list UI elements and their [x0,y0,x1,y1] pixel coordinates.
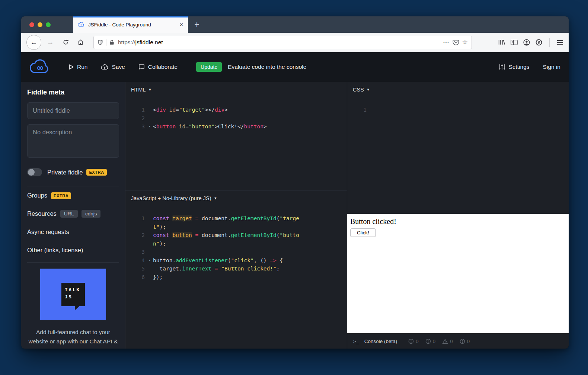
triangle-exclamation-icon [442,339,448,344]
ad-text[interactable]: Add full-featured chat to your website o… [27,328,119,349]
bookmark-star-icon[interactable]: ☆ [462,38,468,46]
home-button[interactable] [74,39,87,45]
back-button[interactable]: ← [26,35,41,50]
js-panel: JavaScript + No-Library (pure JS) ▼ 1con… [125,190,347,349]
circle-exclamation-icon [408,339,414,344]
jsfiddle-favicon-icon: ∞ [78,22,85,28]
fiddle-meta-title: Fiddle meta [27,89,119,96]
async-requests-label: Async requests [27,228,69,235]
sidebar-toggle-icon[interactable] [511,39,518,45]
tab-bar: ∞ JSFiddle - Code Playground ✕ + [21,16,569,33]
css-code-editor[interactable]: 1 [347,97,569,214]
home-icon [77,39,84,45]
result-click-button[interactable]: Click! [350,228,376,237]
svg-text:∞: ∞ [80,23,83,26]
extra-badge: EXTRA [86,169,106,176]
private-fiddle-label: Private fiddle [47,169,83,176]
settings-button[interactable]: Settings [499,64,530,70]
window-controls [21,16,73,33]
jsfiddle-logo[interactable]: ∞ [29,58,51,76]
js-panel-header[interactable]: JavaScript + No-Library (pure JS) ▼ [125,190,347,206]
pocket-icon[interactable] [453,39,459,45]
toolbar-right-cluster [498,38,563,47]
onepassword-extension-icon[interactable] [536,39,542,46]
css-panel: CSS ▼ 1 [347,82,569,214]
menu-hamburger-icon[interactable] [557,40,563,45]
chevron-down-icon[interactable]: ▼ [148,88,151,92]
update-badge[interactable]: Update [196,62,222,72]
sliders-icon [499,64,505,70]
console-prompt-icon: >_ [353,339,359,344]
collaborate-button[interactable]: Collaborate [138,64,178,70]
html-panel-header[interactable]: HTML ▼ [125,82,347,97]
css-panel-title: CSS [353,87,364,93]
circle-exclamation-icon [460,339,465,344]
js-panel-title: JavaScript + No-Library (pure JS) [131,195,211,201]
url-bar[interactable]: https://jsfiddle.net ••• ☆ [93,36,472,49]
resource-cdnjs-badge[interactable]: cdnjs [82,210,101,218]
close-window-button[interactable] [29,22,34,27]
talkjs-ad-image[interactable]: TALK JS [40,269,106,320]
groups-label: Groups [27,192,47,199]
tab-close-icon[interactable]: ✕ [179,22,183,28]
sidebar-item-other[interactable]: Other (links, license) [27,241,119,259]
cloud-upload-icon [101,64,108,70]
console-bar[interactable]: >_ Console (beta) 0 [347,333,569,349]
sidebar-sections: Groups EXTRA Resources URL cdnjs Async r… [27,186,119,259]
counter-value: 0 [467,339,470,344]
circle-exclamation-icon [425,339,431,344]
sign-in-button[interactable]: Sign in [543,64,560,70]
chevron-down-icon[interactable]: ▼ [214,196,217,200]
css-panel-header[interactable]: CSS ▼ [347,82,569,97]
resource-url-badge[interactable]: URL [60,210,78,218]
sidebar: Fiddle meta Private fiddle EXTRA Groups … [21,82,125,349]
divider [549,38,550,47]
minimize-window-button[interactable] [38,22,42,27]
run-button[interactable]: Run [69,64,87,70]
reload-icon [63,39,69,45]
save-label: Save [112,64,125,70]
html-panel-title: HTML [131,87,146,93]
talkjs-logo-text: TALK [65,286,85,293]
lock-icon[interactable] [109,39,114,45]
js-code-editor[interactable]: 1const target = document.getElementById(… [125,206,347,349]
reload-button[interactable] [59,39,72,45]
play-icon [69,64,74,70]
toggle-knob [28,169,35,176]
console-label: Console (beta) [364,339,397,344]
html-code-editor[interactable]: 1<div id="target"></div>23▾<button id="b… [125,97,347,190]
resources-label: Resources [27,210,57,217]
browser-toolbar: ← → https://jsfiddle. [21,33,569,52]
fiddle-description-input[interactable] [27,124,119,158]
tab-jsfiddle[interactable]: ∞ JSFiddle - Code Playground ✕ [73,16,188,33]
console-info-counter: 0 [460,339,470,344]
library-icon[interactable] [498,39,505,45]
sidebar-item-async-requests[interactable]: Async requests [27,223,119,241]
fiddle-name-input[interactable] [27,102,119,119]
counter-value: 0 [433,339,436,344]
account-icon[interactable] [523,39,530,46]
counter-value: 0 [450,339,453,344]
console-error-counter: 0 [408,339,419,344]
browser-window: ∞ JSFiddle - Code Playground ✕ + ← → [21,16,569,349]
main-area: Fiddle meta Private fiddle EXTRA Groups … [21,82,569,349]
jsfiddle-header: ∞ Run Save Collaborate Update Evaluate c… [21,52,569,82]
tab-title: JSFiddle - Code Playground [88,22,176,28]
sidebar-item-resources[interactable]: Resources URL cdnjs [27,205,119,223]
page-actions-icon[interactable]: ••• [443,40,450,44]
talkjs-logo-text: JS [65,293,85,300]
sign-in-label: Sign in [543,64,560,70]
divider [106,39,106,46]
tracking-protection-shield-icon[interactable] [98,39,103,45]
chevron-down-icon[interactable]: ▼ [367,88,370,92]
result-panel: Button clicked! Click! [347,214,569,333]
url-text[interactable]: https://jsfiddle.net [118,39,163,46]
forward-button[interactable]: → [44,38,56,47]
other-label: Other (links, license) [27,247,83,254]
jsfiddle-cloud-icon: ∞ [29,58,51,76]
private-fiddle-toggle[interactable] [27,168,42,176]
zoom-window-button[interactable] [46,22,51,27]
sidebar-item-groups[interactable]: Groups EXTRA [27,186,119,205]
save-button[interactable]: Save [101,64,125,70]
new-tab-button[interactable]: + [188,16,206,33]
